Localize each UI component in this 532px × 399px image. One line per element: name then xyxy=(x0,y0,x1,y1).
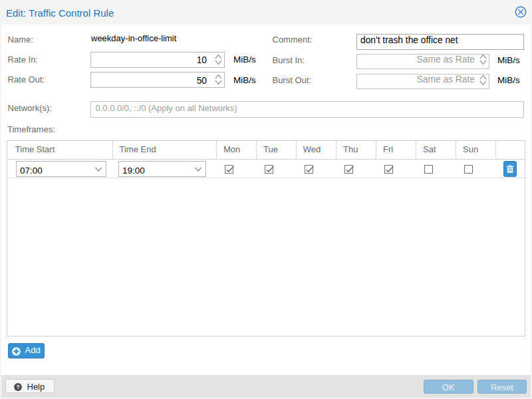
svg-text:?: ? xyxy=(16,384,19,390)
